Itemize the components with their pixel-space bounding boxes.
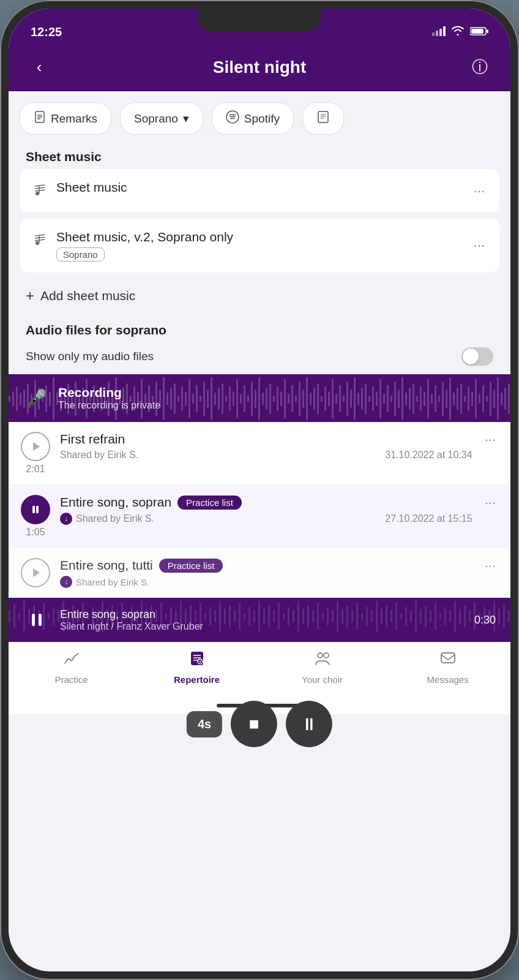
audio-toggle[interactable] <box>461 347 493 366</box>
phone-inner: 12:25 <box>9 9 510 971</box>
svg-rect-77 <box>196 385 198 412</box>
spotify-icon <box>226 110 239 127</box>
info-button[interactable]: ⓘ <box>468 56 492 78</box>
svg-rect-113 <box>328 391 330 406</box>
audio-date-1: 31.10.2022 at 10:34 <box>385 450 472 461</box>
svg-rect-87 <box>233 391 234 406</box>
svg-rect-143 <box>438 396 440 402</box>
practice-badge-3: Practice list <box>159 559 223 573</box>
svg-rect-114 <box>332 379 334 418</box>
play-button-3[interactable] <box>21 558 50 587</box>
audio-item-more-2[interactable]: ··· <box>482 495 498 511</box>
audio-item-entire-sopran[interactable]: 1:05 Entire song, sopran Practice list ↓… <box>9 485 510 548</box>
svg-rect-152 <box>471 391 473 406</box>
svg-rect-155 <box>482 385 484 412</box>
pause-button[interactable]: ⏸ <box>286 701 332 747</box>
toggle-row: Show only my audio files <box>9 341 510 374</box>
bottom-artist: Silent night / Franz Xaver Gruber <box>60 621 465 632</box>
svg-rect-140 <box>427 379 429 418</box>
soprano-badge: Soprano <box>56 247 105 262</box>
bottom-playback-bar[interactable]: Entire song, sopran Silent night / Franz… <box>9 598 510 642</box>
svg-rect-75 <box>189 379 190 418</box>
nav-item-choir[interactable]: Your choir <box>260 650 385 685</box>
svg-rect-160 <box>501 393 502 405</box>
sheet-item-more-2[interactable]: ··· <box>471 238 487 254</box>
recording-text: Recording The recording is private <box>58 385 160 411</box>
nav-label-choir: Your choir <box>302 674 343 685</box>
svg-rect-6 <box>471 29 484 34</box>
svg-rect-165 <box>36 506 39 513</box>
svg-point-278 <box>318 653 323 658</box>
audio-item-more-1[interactable]: ··· <box>482 432 498 448</box>
svg-rect-271 <box>39 614 42 626</box>
svg-rect-90 <box>244 385 245 412</box>
svg-rect-116 <box>339 385 341 412</box>
svg-rect-81 <box>211 377 212 420</box>
svg-rect-98 <box>273 396 275 402</box>
tab-spotify[interactable]: Spotify <box>212 102 294 135</box>
nav-item-repertoire[interactable]: Repertoire <box>134 650 260 685</box>
time: 12:25 <box>31 25 62 39</box>
sheet-item[interactable]: Sheet music, v.2, Soprano only Soprano ·… <box>20 219 499 273</box>
svg-rect-94 <box>258 377 260 420</box>
svg-rect-120 <box>354 377 356 420</box>
nav-item-messages[interactable]: Messages <box>385 650 510 685</box>
recording-bar[interactable]: 🎤 Recording The recording is private <box>9 374 510 422</box>
svg-rect-149 <box>460 383 462 414</box>
bottom-info: Entire song, sopran Silent night / Franz… <box>60 608 465 632</box>
sheet-item-info-2: Sheet music, v.2, Soprano only Soprano <box>56 230 471 262</box>
play-button-2[interactable] <box>21 495 50 524</box>
audio-section-title: Audio files for soprano <box>26 323 493 337</box>
svg-rect-112 <box>324 386 326 411</box>
plus-icon: + <box>26 287 34 304</box>
svg-rect-74 <box>185 391 187 406</box>
svg-rect-268 <box>503 605 505 627</box>
svg-rect-95 <box>262 393 264 405</box>
svg-rect-117 <box>343 396 345 402</box>
sheet-item[interactable]: Sheet music ··· <box>20 169 499 213</box>
svg-rect-1 <box>436 31 438 36</box>
svg-rect-73 <box>181 386 183 411</box>
svg-rect-78 <box>200 396 201 402</box>
svg-rect-93 <box>255 390 256 408</box>
header: ‹ Silent night ⓘ <box>9 45 510 91</box>
audio-item-first-refrain[interactable]: 2:01 First refrain Shared by Eirik S. 31… <box>9 422 510 484</box>
back-button[interactable]: ‹ <box>27 58 51 77</box>
svg-rect-104 <box>295 396 297 402</box>
download-icon-3: ↓ <box>60 576 72 588</box>
audio-duration-1: 2:01 <box>26 464 45 475</box>
svg-rect-3 <box>443 26 446 36</box>
audio-item-more-3[interactable]: ··· <box>482 558 498 574</box>
audio-item-entire-tutti[interactable]: Entire song, tutti Practice list ↓ Share… <box>9 548 510 597</box>
sheet-item-more[interactable]: ··· <box>471 183 487 199</box>
svg-rect-153 <box>475 379 477 418</box>
tab-remarks[interactable]: Remarks <box>20 102 111 135</box>
nav-item-practice[interactable]: Practice <box>9 650 134 685</box>
shared-by-2: Shared by Eirik S. <box>76 513 154 524</box>
sheet-list: Sheet music ··· <box>9 169 510 282</box>
tab-remarks-label: Remarks <box>51 112 97 126</box>
svg-rect-129 <box>387 385 389 412</box>
play-button-1[interactable] <box>21 432 50 461</box>
svg-line-18 <box>35 190 45 191</box>
svg-rect-103 <box>291 385 293 412</box>
tab-soprano[interactable]: Soprano ▾ <box>120 102 203 135</box>
repertoire-icon <box>189 650 206 671</box>
svg-rect-118 <box>346 382 348 416</box>
bottom-pause-button[interactable] <box>23 606 50 633</box>
svg-line-22 <box>35 237 45 238</box>
svg-rect-108 <box>310 393 312 405</box>
svg-point-279 <box>324 653 329 658</box>
audio-duration-2: 1:05 <box>26 527 45 538</box>
soprano-label: Soprano <box>134 112 178 126</box>
svg-rect-119 <box>350 390 352 408</box>
audio-title-row-1: First refrain <box>60 432 472 447</box>
stop-button[interactable]: ■ <box>231 701 277 747</box>
svg-rect-82 <box>214 393 216 405</box>
skip-badge[interactable]: 4s <box>187 711 222 737</box>
audio-info-2: Entire song, sopran Practice list ↓ Shar… <box>60 495 472 525</box>
svg-rect-144 <box>442 382 444 416</box>
tab-sheet4[interactable] <box>302 102 344 135</box>
svg-rect-85 <box>225 396 227 402</box>
add-sheet-music-button[interactable]: + Add sheet music <box>9 282 510 315</box>
